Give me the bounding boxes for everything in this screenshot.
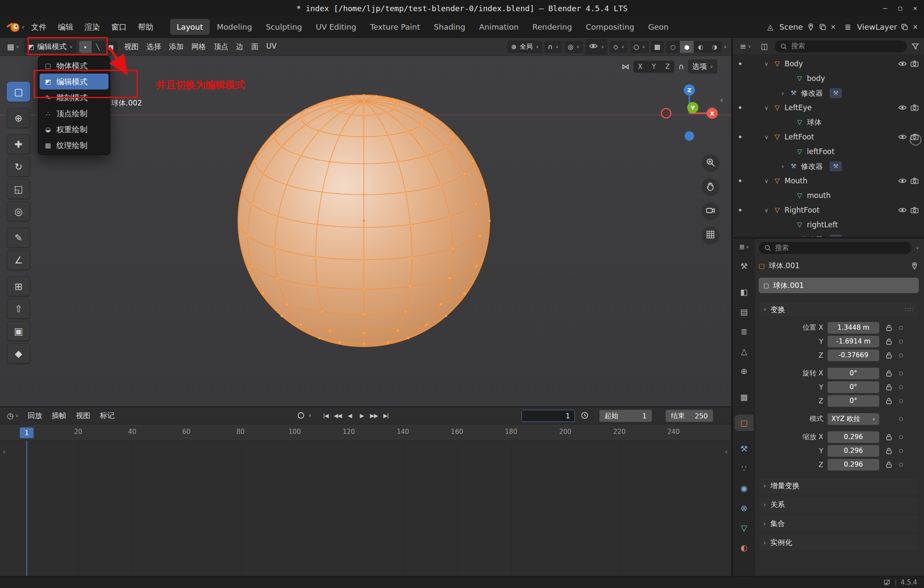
mirror-axis-button[interactable]: X bbox=[633, 61, 647, 73]
workspace-tab[interactable]: Compositing bbox=[579, 19, 641, 35]
viewport-menu[interactable]: 选择 bbox=[143, 40, 165, 54]
options-dropdown-button[interactable]: 选项 ∨ bbox=[688, 59, 717, 74]
workspace-tab[interactable]: Geon bbox=[642, 19, 674, 35]
viewport-menu[interactable]: 顶点 bbox=[210, 40, 232, 54]
mode-menu-item[interactable]: ◩ 编辑模式 bbox=[40, 74, 109, 90]
outliner-row[interactable]: rightLeft ⚒ bbox=[733, 217, 924, 232]
navigation-gizmo[interactable]: Z X Y bbox=[659, 83, 719, 143]
filter-funnel-icon[interactable] bbox=[911, 42, 920, 51]
lock-icon[interactable] bbox=[884, 433, 893, 441]
lock-icon[interactable] bbox=[884, 369, 893, 378]
properties-tab[interactable]: ▦ bbox=[735, 389, 753, 405]
shading-mode-button[interactable]: ◑ bbox=[707, 41, 721, 53]
mode-menu-item[interactable]: ◒ 权重绘制 bbox=[40, 121, 109, 137]
outliner-row[interactable]: 修改器 ⚒ bbox=[733, 159, 924, 173]
menu-item[interactable]: 渲染 bbox=[79, 20, 105, 34]
display-mode-icon[interactable]: ◫ bbox=[758, 40, 770, 53]
lock-icon[interactable] bbox=[884, 446, 893, 455]
timeline-menu[interactable]: 视图 bbox=[71, 409, 95, 423]
animate-dot-icon[interactable] bbox=[899, 435, 903, 439]
expand-chevron-icon[interactable] bbox=[761, 134, 772, 140]
properties-panel[interactable]: ≣ ∨ ⚒◧▤≣△⊕▦▢⚒∵◉⊗▽◐ 搜索 ∨ ▢ 球体.001 bbox=[732, 238, 924, 576]
nav-button[interactable] bbox=[701, 226, 719, 244]
workspace-tab[interactable]: Sculpting bbox=[259, 19, 308, 35]
mirror-axis-button[interactable]: Z bbox=[660, 61, 674, 73]
transform-panel-header[interactable]: ∨ 变换 ∷∷ bbox=[759, 303, 919, 316]
outliner-panel[interactable]: ≡ ∨ ◫ 搜索 Body ⚒ bbox=[732, 38, 924, 237]
value-field[interactable]: 0° ∨ bbox=[828, 381, 879, 393]
properties-tab[interactable]: ⚒ bbox=[735, 440, 753, 457]
playhead-line[interactable] bbox=[26, 441, 27, 576]
menu-item[interactable]: 文件 bbox=[25, 20, 52, 34]
shading-mode-button[interactable]: ○ bbox=[666, 41, 680, 53]
mode-menu-item[interactable]: ∴ 顶点绘制 bbox=[40, 105, 109, 121]
viewport-menu[interactable]: 视图 bbox=[120, 40, 143, 54]
animate-dot-icon[interactable] bbox=[899, 463, 903, 467]
timeline-editor-type-button[interactable]: ◷ ∨ bbox=[4, 409, 21, 422]
properties-tab[interactable]: ▽ bbox=[735, 520, 753, 536]
value-field[interactable]: 1.3448 m ∨ bbox=[828, 322, 879, 334]
hide-in-viewport-eye-icon[interactable] bbox=[896, 205, 908, 215]
hide-in-viewport-eye-icon[interactable] bbox=[896, 102, 908, 113]
value-field[interactable]: 0.296 ∨ bbox=[828, 445, 879, 457]
outliner-row[interactable]: Body ⚒ bbox=[733, 56, 924, 71]
timeline-menu[interactable]: 回放 bbox=[23, 409, 47, 423]
editor-type-button[interactable]: ▦ ∨ bbox=[4, 40, 22, 53]
outliner-row[interactable]: leftFoot ⚒ bbox=[733, 144, 924, 159]
value-field[interactable]: 0.296 ∨ bbox=[828, 459, 879, 470]
properties-tab[interactable]: ≣ bbox=[735, 323, 753, 340]
tool-button[interactable]: ∠ bbox=[7, 250, 30, 270]
animate-dot-icon[interactable] bbox=[899, 353, 903, 357]
transport-button[interactable]: ▶| bbox=[380, 409, 391, 422]
timeline-editor[interactable]: ◷ ∨ 回放插帧视图标记 ∨ |◀◀◀◀▶▶▶▶| 1 起始 bbox=[0, 406, 731, 576]
pin-scene-icon[interactable] bbox=[806, 23, 815, 31]
properties-tab[interactable]: ◉ bbox=[735, 480, 753, 496]
tool-button[interactable]: ▢ bbox=[7, 82, 30, 102]
lock-icon[interactable] bbox=[884, 351, 893, 359]
menu-item[interactable]: 帮助 bbox=[132, 20, 159, 34]
animate-dot-icon[interactable] bbox=[899, 449, 903, 453]
disable-in-render-camera-icon[interactable] bbox=[908, 205, 921, 215]
value-field[interactable]: -1.6914 m ∨ bbox=[828, 336, 879, 347]
toggle-xray-button[interactable]: ▩ bbox=[651, 41, 664, 53]
collapsed-section[interactable]: › 实例化 bbox=[759, 535, 919, 550]
object-name-field[interactable]: ▢ 球体.001 bbox=[759, 278, 919, 293]
lock-icon[interactable] bbox=[884, 396, 893, 405]
menu-item[interactable]: 窗口 bbox=[105, 20, 132, 34]
value-field[interactable]: 0.296 ∨ bbox=[828, 431, 879, 443]
frame-end-field[interactable]: 结束 250 bbox=[666, 410, 713, 422]
transport-button[interactable]: |◀ bbox=[320, 409, 331, 422]
current-frame-field[interactable]: 1 bbox=[521, 410, 575, 422]
unlink-scene-icon[interactable]: ✕ bbox=[831, 23, 836, 31]
timeline-collapse-chevron-icon[interactable]: ‹ bbox=[725, 447, 728, 456]
transport-button[interactable]: ▶▶ bbox=[368, 409, 379, 422]
transform-orientation-button[interactable]: ⊕ 全局 ∨ bbox=[508, 40, 542, 53]
outliner-row[interactable]: mouth ⚒ bbox=[733, 188, 924, 203]
value-field[interactable]: -0.37669 ∨ bbox=[828, 350, 879, 361]
select-mode-button[interactable]: ■ bbox=[104, 41, 118, 53]
snap-button[interactable]: ∩ ∨ bbox=[544, 41, 562, 53]
tool-button[interactable]: ⇧ bbox=[7, 299, 30, 319]
viewport-menu[interactable]: UV bbox=[262, 40, 280, 54]
outliner-row[interactable]: LeftFoot ⚒ bbox=[733, 130, 924, 144]
visibility-dropdown-button[interactable]: ∨ bbox=[585, 39, 608, 55]
collapsed-section[interactable]: › 增量变换 bbox=[759, 478, 919, 493]
show-overlays-button[interactable]: ○ ∨ bbox=[630, 41, 648, 53]
show-gizmos-button[interactable]: ◇ ∨ bbox=[610, 41, 628, 53]
shading-mode-button[interactable]: ◐ bbox=[694, 41, 707, 53]
animate-dot-icon[interactable] bbox=[899, 385, 903, 389]
properties-tab[interactable]: ▢ bbox=[735, 415, 753, 431]
animate-dot-icon[interactable] bbox=[899, 399, 903, 403]
mirror-axis-button[interactable]: Y bbox=[647, 61, 660, 73]
modifier-edit-toggle-icon[interactable]: ⚒ bbox=[830, 88, 842, 98]
nav-button[interactable] bbox=[701, 178, 719, 196]
viewport-menu[interactable]: 添加 bbox=[165, 40, 187, 54]
disable-in-render-camera-icon[interactable] bbox=[908, 176, 921, 186]
properties-tab[interactable]: ⚒ bbox=[735, 258, 753, 274]
frame-start-field[interactable]: 起始 1 bbox=[599, 410, 652, 422]
outliner-row[interactable]: Mouth ⚒ bbox=[733, 173, 924, 188]
tool-button[interactable]: ✎ bbox=[7, 228, 30, 248]
shading-mode-button[interactable]: ● bbox=[680, 41, 694, 53]
properties-tab[interactable]: ∵ bbox=[735, 460, 753, 477]
outliner-row[interactable]: LeftEye ⚒ bbox=[733, 100, 924, 115]
